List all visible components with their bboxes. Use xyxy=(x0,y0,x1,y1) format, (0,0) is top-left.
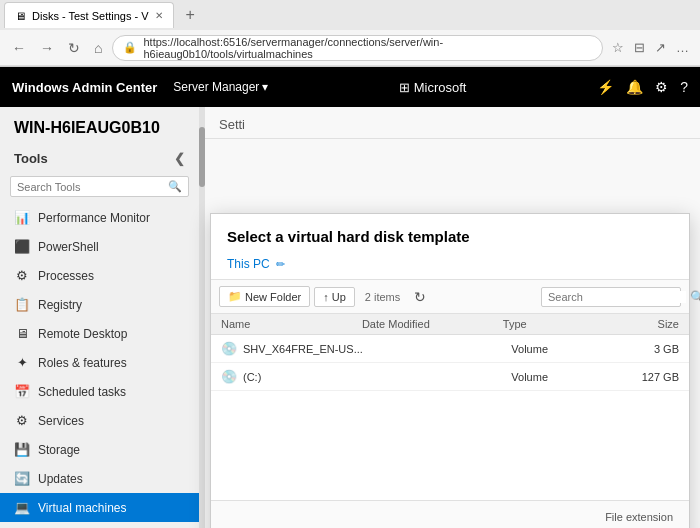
address-bar[interactable]: 🔒 https://localhost:6516/servermanager/c… xyxy=(112,35,603,61)
sidebar-item-storage[interactable]: 💾 Storage xyxy=(0,435,199,464)
breadcrumb-edit-icon[interactable]: ✏ xyxy=(276,258,285,271)
col-header-type: Type xyxy=(503,318,609,330)
sidebar-item-virtual-switches[interactable]: 🔀 Virtual switches xyxy=(0,522,199,528)
breadcrumb-row: This PC ✏ xyxy=(211,253,689,280)
services-icon: ⚙ xyxy=(14,413,30,428)
dialog-title: Select a virtual hard disk template xyxy=(211,214,689,253)
new-folder-icon: 📁 xyxy=(228,290,242,303)
storage-icon: 💾 xyxy=(14,442,30,457)
search-tools-input[interactable] xyxy=(17,181,164,193)
dialog-toolbar: 📁 New Folder ↑ Up 2 items ↻ 🔍 xyxy=(211,280,689,314)
item-count: 2 items xyxy=(359,291,406,303)
row-name-1: SHV_X64FRE_EN-US... xyxy=(243,343,377,355)
gear-icon[interactable]: ⚙ xyxy=(655,79,668,95)
sidebar-item-registry[interactable]: 📋 Registry xyxy=(0,290,199,319)
back-btn[interactable]: ← xyxy=(8,38,30,58)
table-row[interactable]: 💿 SHV_X64FRE_EN-US... Volume 3 GB xyxy=(211,335,689,363)
sidebar-item-label: Performance Monitor xyxy=(38,211,150,225)
table-row[interactable]: 💿 (C:) Volume 127 GB xyxy=(211,363,689,391)
file-extension-label: File extension xyxy=(227,511,673,523)
select-vhd-dialog: Select a virtual hard disk template This… xyxy=(210,213,690,528)
tab-bar: 🖥 Disks - Test Settings - V ✕ + xyxy=(0,0,700,30)
new-tab-btn[interactable]: + xyxy=(178,6,203,24)
terminal-icon[interactable]: ⚡ xyxy=(597,79,614,95)
share-icon[interactable]: ↗ xyxy=(652,38,669,57)
app-title: Windows Admin Center xyxy=(12,80,157,95)
dialog-search-input[interactable] xyxy=(548,291,686,303)
updates-icon: 🔄 xyxy=(14,471,30,486)
tab-favicon: 🖥 xyxy=(15,10,26,22)
dialog-search-icon: 🔍 xyxy=(690,290,700,304)
tab-title: Disks - Test Settings - V xyxy=(32,10,149,22)
sidebar-item-powershell[interactable]: ⬛ PowerShell xyxy=(0,232,199,261)
chevron-down-icon: ▾ xyxy=(262,80,268,94)
sidebar-item-label: Remote Desktop xyxy=(38,327,127,341)
row-type-2: Volume xyxy=(511,371,612,383)
sidebar-item-label: Updates xyxy=(38,472,83,486)
sidebar-item-remote-desktop[interactable]: 🖥 Remote Desktop xyxy=(0,319,199,348)
microsoft-logo: ⊞ Microsoft xyxy=(284,80,581,95)
disk-icon-1: 💿 xyxy=(221,341,237,356)
content-header: Setti xyxy=(205,107,700,139)
star-icon[interactable]: ☆ xyxy=(609,38,627,57)
address-text: https://localhost:6516/servermanager/con… xyxy=(143,36,592,60)
registry-icon: 📋 xyxy=(14,297,30,312)
settings-icon[interactable]: … xyxy=(673,38,692,57)
refresh-dialog-btn[interactable]: ↻ xyxy=(410,287,430,307)
remote-desktop-icon: 🖥 xyxy=(14,326,30,341)
main-layout: WIN-H6IEAUG0B10 Tools ❮ 🔍 📊 Performance … xyxy=(0,107,700,528)
sidebar-item-virtual-machines[interactable]: 💻 Virtual machines xyxy=(0,493,199,522)
row-type-1: Volume xyxy=(511,343,612,355)
tools-collapse-btn[interactable]: ❮ xyxy=(174,151,185,166)
up-btn[interactable]: ↑ Up xyxy=(314,287,355,307)
vm-icon: 💻 xyxy=(14,500,30,515)
file-table: Name Date Modified Type Size 💿 SHV_X64FR… xyxy=(211,314,689,500)
row-name-2: (C:) xyxy=(243,371,377,383)
sidebar-item-scheduled-tasks[interactable]: 📅 Scheduled tasks xyxy=(0,377,199,406)
sidebar-item-label: Roles & features xyxy=(38,356,127,370)
help-icon[interactable]: ? xyxy=(680,79,688,95)
scroll-thumb xyxy=(199,127,205,187)
header-icons: ⚡ 🔔 ⚙ ? xyxy=(597,79,688,95)
breadcrumb-this-pc[interactable]: This PC xyxy=(227,257,270,271)
tools-header: Tools ❮ xyxy=(0,145,199,170)
col-header-size: Size xyxy=(609,318,679,330)
search-icon: 🔍 xyxy=(168,180,182,193)
table-header: Name Date Modified Type Size xyxy=(211,314,689,335)
bell-icon[interactable]: 🔔 xyxy=(626,79,643,95)
sidebar-item-performance-monitor[interactable]: 📊 Performance Monitor xyxy=(0,203,199,232)
app-header: Windows Admin Center Server Manager ▾ ⊞ … xyxy=(0,67,700,107)
sidebar-item-label: Processes xyxy=(38,269,94,283)
settings-label: Setti xyxy=(219,117,245,132)
sidebar-item-label: Services xyxy=(38,414,84,428)
nav-icons: ☆ ⊟ ↗ … xyxy=(609,38,692,57)
sidebar-item-label: Virtual machines xyxy=(38,501,127,515)
tools-label: Tools xyxy=(14,151,48,166)
refresh-btn[interactable]: ↻ xyxy=(64,38,84,58)
sidebar-item-label: Registry xyxy=(38,298,82,312)
sidebar-item-label: Storage xyxy=(38,443,80,457)
powershell-icon: ⬛ xyxy=(14,239,30,254)
collections-icon[interactable]: ⊟ xyxy=(631,38,648,57)
tools-search-box[interactable]: 🔍 xyxy=(10,176,189,197)
sidebar-scrollbar[interactable] xyxy=(199,107,205,528)
dialog-search-box[interactable]: 🔍 xyxy=(541,287,681,307)
nav-bar: ← → ↻ ⌂ 🔒 https://localhost:6516/serverm… xyxy=(0,30,700,66)
sidebar-item-roles-features[interactable]: ✦ Roles & features xyxy=(0,348,199,377)
sidebar-item-processes[interactable]: ⚙ Processes xyxy=(0,261,199,290)
disk-icon-2: 💿 xyxy=(221,369,237,384)
sidebar-item-label: Scheduled tasks xyxy=(38,385,126,399)
tab-close-btn[interactable]: ✕ xyxy=(155,10,163,21)
home-btn[interactable]: ⌂ xyxy=(90,38,106,58)
sidebar-list: 📊 Performance Monitor ⬛ PowerShell ⚙ Pro… xyxy=(0,203,199,528)
file-bottom: File extension File name Any dis ▾ xyxy=(211,500,689,528)
row-size-2: 127 GB xyxy=(612,371,679,383)
new-folder-btn[interactable]: 📁 New Folder xyxy=(219,286,310,307)
active-tab[interactable]: 🖥 Disks - Test Settings - V ✕ xyxy=(4,2,174,28)
server-manager-btn[interactable]: Server Manager ▾ xyxy=(173,80,268,94)
col-header-name: Name xyxy=(221,318,362,330)
sidebar-item-updates[interactable]: 🔄 Updates xyxy=(0,464,199,493)
forward-btn[interactable]: → xyxy=(36,38,58,58)
scheduled-tasks-icon: 📅 xyxy=(14,384,30,399)
sidebar-item-services[interactable]: ⚙ Services xyxy=(0,406,199,435)
